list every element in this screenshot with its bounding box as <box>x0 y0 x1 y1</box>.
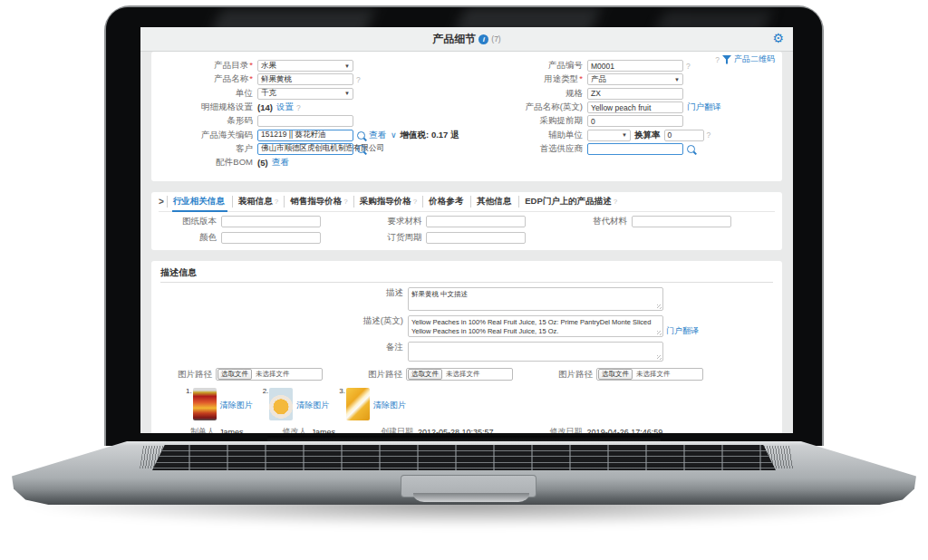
lead-time-input[interactable]: 0 <box>587 115 683 127</box>
help-icon: ? <box>614 198 617 206</box>
aux-unit-select[interactable]: ▼ <box>587 130 631 141</box>
portal-translate-link[interactable]: 门户翻译 <box>666 325 699 337</box>
drawing-version-input[interactable] <box>221 216 321 227</box>
product-code-input[interactable]: M0001 <box>587 60 683 72</box>
field-label: 产品名称(英文) <box>467 101 587 113</box>
substitute-material-input[interactable] <box>632 216 731 227</box>
field-label: 描述 <box>160 287 408 311</box>
image-number: 2. <box>263 388 269 395</box>
spec-set-link[interactable]: 设置 <box>276 101 294 113</box>
choose-file-button[interactable]: 选取文件 <box>408 369 442 380</box>
field-label: 要求材料 <box>363 216 426 227</box>
spec-input[interactable]: ZX <box>587 88 683 100</box>
barcode-input[interactable] <box>257 115 353 127</box>
desc-en-row: 描述(英文) Yellow Peaches in 100% Real Fruit… <box>160 315 773 337</box>
product-image-can[interactable] <box>193 388 217 420</box>
screen-glass: 产品细节 i (7) ⚙ ? 产品二维码 <box>106 7 822 446</box>
qr-code-link-row: ? 产品二维码 <box>712 53 775 65</box>
product-image-group: 1. 清除图片 <box>186 388 253 420</box>
creator-value: James <box>219 428 244 434</box>
help-icon: ? <box>707 130 711 140</box>
app-window: 产品细节 i (7) ⚙ ? 产品二维码 <box>140 27 793 433</box>
created-label: 创建日期 <box>381 426 413 433</box>
customer-input[interactable]: 佛山市顺德区虎创电机制造有限公司 <box>257 143 353 155</box>
image-number: 3. <box>339 388 345 395</box>
clear-image-link[interactable]: 清除图片 <box>220 400 253 411</box>
required-material-input[interactable] <box>426 216 526 227</box>
color-input[interactable] <box>221 232 321 244</box>
bom-view-link[interactable]: 查看 <box>272 157 289 169</box>
product-image-bowl[interactable] <box>269 388 293 420</box>
form-row-supplier: 首选供应商 <box>467 142 782 156</box>
rate-label: 换算率 <box>634 130 661 141</box>
industry-fields-row-1: 图纸版本 要求材料 替代材料 <box>159 214 775 228</box>
gear-icon[interactable]: ⚙ <box>772 32 784 44</box>
field-label: 产品编号 <box>467 60 587 72</box>
product-name-input[interactable]: 鲜果黄桃 <box>257 73 353 85</box>
qr-code-link[interactable]: 产品二维码 <box>734 53 775 65</box>
tab-sales-guide-price[interactable]: 销售指导价格? <box>284 196 353 208</box>
description-textarea[interactable]: 鲜果黄桃 中文描述 <box>408 287 663 311</box>
portal-translate-link[interactable]: 门户翻译 <box>687 101 721 113</box>
rate-input[interactable]: 0 <box>664 130 704 141</box>
tab-edp-portal-description[interactable]: EDP门户上的产品描述? <box>518 196 623 208</box>
choose-file-button[interactable]: 选取文件 <box>218 369 252 380</box>
en-name-input[interactable]: Yellow peach fruit <box>587 101 683 113</box>
file-status-text: 未选择文件 <box>633 370 671 379</box>
file-status-text: 未选择文件 <box>443 370 480 379</box>
description-card: 描述信息 描述 鲜果黄桃 中文描述 描述(英文) Yellow Peaches … <box>151 261 782 433</box>
info-icon[interactable]: i <box>478 34 488 44</box>
choose-file-button[interactable]: 选取文件 <box>598 369 633 380</box>
collapse-caret-icon[interactable]: > <box>159 197 164 207</box>
file-input[interactable]: 选取文件 未选择文件 <box>596 368 703 381</box>
chevron-down-icon: ▼ <box>344 63 350 69</box>
page-body: ? 产品二维码 产品目录* 水果▼ 产品名称* <box>140 52 793 433</box>
desc-row: 描述 鲜果黄桃 中文描述 <box>160 287 773 311</box>
search-icon[interactable] <box>357 145 365 153</box>
search-icon[interactable] <box>357 131 365 140</box>
form-row-aux-unit: 辅助单位 ▼ 换算率 0 ? <box>467 128 782 141</box>
file-input[interactable]: 选取文件 未选择文件 <box>216 368 323 381</box>
field-label: 配件BOM <box>151 157 257 169</box>
usage-type-select[interactable]: 产品▼ <box>587 73 683 85</box>
tab-purchase-guide-price[interactable]: 采购指导价格? <box>353 196 422 208</box>
chevron-down-icon: ▼ <box>622 132 627 138</box>
form-row-hs-code: 产品海关编码 151219 || 葵花籽油 查看 ∨ 增值税: 0.17 退 <box>151 128 467 141</box>
tab-industry-info[interactable]: 行业相关信息 <box>167 196 232 208</box>
form-row-catalog: 产品目录* 水果▼ <box>151 59 467 72</box>
tabs-card: > 行业相关信息 装箱信息? 销售指导价格? 采购指导价格? 价格参考 其他信息… <box>151 192 782 250</box>
image-number: 1. <box>186 388 192 395</box>
modified-value: 2019-04-26 17:46:59 <box>587 428 663 434</box>
record-meta-row: 制单人 James 修改人 James 创建日期 2012-05-28 10:3… <box>160 426 773 433</box>
order-cycle-input[interactable] <box>426 232 526 244</box>
search-icon[interactable] <box>687 145 695 153</box>
spec-set-count: (14) <box>257 102 273 112</box>
chevron-expand-icon[interactable]: ∨ <box>391 130 397 140</box>
laptop-keyboard <box>152 445 776 470</box>
help-icon: ? <box>343 198 347 206</box>
unit-select[interactable]: 千克▼ <box>257 88 353 100</box>
filter-icon <box>722 55 731 64</box>
help-icon: ? <box>413 198 417 206</box>
form-row-en-name: 产品名称(英文) Yellow peach fruit 门户翻译 <box>467 101 782 114</box>
clear-image-link[interactable]: 清除图片 <box>296 400 329 411</box>
basic-info-card: ? 产品二维码 产品目录* 水果▼ 产品名称* <box>151 52 782 181</box>
catalog-select[interactable]: 水果▼ <box>257 60 353 72</box>
tab-packing-info[interactable]: 装箱信息? <box>232 196 284 208</box>
supplier-input[interactable] <box>587 143 683 155</box>
clear-image-link[interactable]: 清除图片 <box>373 400 406 411</box>
file-input[interactable]: 选取文件 未选择文件 <box>406 368 513 381</box>
field-label: 采购提前期 <box>467 115 587 127</box>
hs-view-link[interactable]: 查看 <box>369 130 386 141</box>
product-image-slices[interactable] <box>346 388 370 420</box>
field-label: 颜色 <box>159 232 221 244</box>
description-en-textarea[interactable]: Yellow Peaches in 100% Real Fruit Juice,… <box>408 315 663 337</box>
remark-textarea[interactable] <box>408 342 663 362</box>
hs-code-input[interactable]: 151219 || 葵花籽油 <box>257 130 353 141</box>
image-path-group: 图片路径 选取文件 未选择文件 <box>558 368 703 381</box>
product-image-group: 2. 清除图片 <box>263 388 330 420</box>
tab-price-reference[interactable]: 价格参考 <box>422 196 470 208</box>
required-mark: * <box>249 73 253 83</box>
lid-opening-notch <box>413 493 529 502</box>
tab-other-info[interactable]: 其他信息 <box>470 196 518 208</box>
